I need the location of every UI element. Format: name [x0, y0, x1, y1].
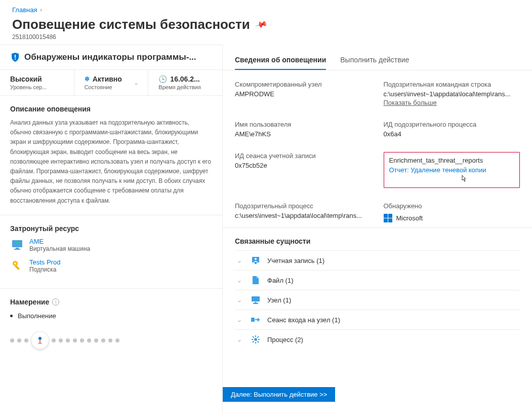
resource-name: AME [29, 238, 90, 245]
file-icon [250, 275, 261, 286]
timeline-dot [94, 338, 98, 342]
timeline-dot [24, 338, 28, 342]
entity-row-process[interactable]: ⌵ Процесс (2) [235, 329, 520, 349]
affected-title: Затронутый ресурс [10, 224, 212, 233]
page-title: Оповещение системы безопасности [12, 17, 250, 32]
svg-line-23 [258, 341, 259, 343]
resource-name: Tests Prod [29, 258, 60, 266]
account-icon [250, 255, 261, 266]
threat-report-link[interactable]: Отчет: Удаление теневой копии [389, 166, 515, 174]
svg-point-17 [254, 338, 257, 341]
intent-timeline [10, 329, 212, 352]
entity-label: Процесс (2) [267, 336, 303, 344]
entity-row-host[interactable]: ⌵ Узел (1) [235, 290, 520, 310]
entities-title: Связанные сущности [235, 237, 520, 245]
svg-point-9 [38, 337, 42, 340]
entity-label: Файл (1) [267, 277, 293, 284]
field-session-id: ИД сеанса учетной записи 0x75cb52e [235, 152, 372, 188]
field-label: Подозрительная командная строка [384, 81, 520, 88]
field-suspicious-cmdline: Подозрительная командная строка c:\users… [384, 81, 520, 106]
time-value: 16.06.2... [170, 75, 199, 83]
resource-item-subscription[interactable]: Tests Prod Подписка [10, 258, 212, 273]
field-label: Enrichment_tas_threat__reports [389, 157, 515, 164]
field-suspicious-process: Подозрительный процесс c:\users\invest~1… [235, 202, 372, 222]
svg-rect-8 [15, 265, 20, 270]
entity-label: Учетная запись (1) [267, 257, 324, 264]
field-username: Имя пользователя AME\e7hKS [235, 121, 372, 138]
vm-icon [10, 238, 24, 252]
left-panel: Обнаружены индикаторы программы-... Высо… [0, 45, 223, 413]
field-value: 0x75cb52e [235, 162, 372, 169]
info-icon[interactable]: i [52, 298, 59, 306]
timeline-dot [101, 338, 105, 342]
process-icon [250, 334, 261, 345]
tab-details[interactable]: Сведения об оповещении [235, 56, 326, 70]
svg-line-22 [253, 336, 254, 338]
pin-icon[interactable]: 📌 [254, 18, 268, 31]
timeline-dot [115, 338, 119, 342]
timeline-dot [87, 338, 91, 342]
timeline-dot [108, 338, 112, 342]
field-value: 0x6a4 [384, 130, 520, 138]
field-label: Скомпрометированный узел [235, 81, 372, 88]
bullet-icon [10, 315, 13, 317]
intent-label: Выполнение [18, 312, 56, 320]
tab-action[interactable]: Выполнить действие [340, 56, 409, 70]
intent-item: Выполнение [10, 312, 212, 320]
chevron-down-icon: ⌵ [235, 278, 244, 283]
chevron-down-icon[interactable]: ⌵ [135, 80, 138, 86]
field-enrichment-highlight: Enrichment_tas_threat__reports Отчет: Уд… [384, 152, 520, 188]
severity-label: Уровень сер... [10, 84, 64, 90]
field-label: Подозрительный процесс [235, 202, 372, 210]
chevron-down-icon: ⌵ [235, 337, 244, 342]
microsoft-logo-icon [384, 214, 392, 222]
svg-point-7 [14, 262, 16, 264]
timeline-dot [59, 338, 63, 342]
breadcrumb: Главная › [12, 6, 520, 14]
field-value: c:\users\invest~1\appdata\local\temp\ran… [384, 90, 520, 98]
svg-rect-13 [252, 296, 260, 301]
field-label: ИД подозрительного процесса [384, 121, 520, 128]
timeline-dot [10, 338, 14, 342]
chevron-down-icon: ⌵ [235, 297, 244, 303]
entity-row-account[interactable]: ⌵ Учетная запись (1) [235, 250, 520, 270]
chevron-down-icon: ⌵ [235, 317, 244, 323]
timeline-dot [66, 338, 70, 342]
session-icon [250, 314, 261, 325]
timeline-dot [52, 338, 56, 342]
svg-rect-1 [15, 59, 16, 60]
right-panel: Сведения об оповещении Выполнить действи… [223, 45, 532, 413]
resource-item-vm[interactable]: AME Виртуальная машина [10, 238, 212, 252]
key-icon [10, 258, 24, 273]
timeline-dot [73, 338, 77, 342]
field-value: Microsoft [396, 214, 423, 222]
svg-rect-15 [253, 303, 258, 304]
svg-rect-12 [255, 262, 257, 264]
time-label: Время действия [158, 84, 212, 90]
svg-rect-0 [15, 55, 16, 58]
svg-rect-16 [251, 318, 255, 322]
entity-row-session[interactable]: ⌵ Сеанс входа на узел (1) [235, 310, 520, 329]
state-value: Активно [93, 75, 122, 83]
page-subtitle: 2518100015486 [12, 33, 520, 41]
show-more-link[interactable]: Показать больше [384, 99, 437, 106]
svg-line-25 [258, 336, 259, 338]
severity-cell: Высокий Уровень сер... [0, 70, 74, 95]
field-detected-by: Обнаружено Microsoft [384, 202, 520, 222]
timeline-active-icon [31, 332, 49, 349]
state-label: Состояние [85, 84, 131, 90]
cursor-icon [460, 177, 467, 184]
chevron-right-icon: › [40, 7, 42, 13]
breadcrumb-home[interactable]: Главная [12, 6, 37, 14]
field-label: ИД сеанса учетной записи [235, 152, 372, 160]
svg-point-11 [255, 258, 257, 260]
timeline-dot [17, 338, 21, 342]
active-icon: ✲ [85, 75, 90, 83]
timeline-dot [80, 338, 84, 342]
field-value: AME\e7hKS [235, 130, 372, 138]
next-action-button[interactable]: Далее: Выполнить действие >> [223, 387, 335, 402]
field-compromised-host: Скомпрометированный узел AMPRODWE [235, 81, 372, 106]
state-cell[interactable]: ✲Активно Состояние ⌵ [74, 70, 149, 95]
entity-row-file[interactable]: ⌵ Файл (1) [235, 270, 520, 290]
field-value: c:\users\invest~1\appdata\local\temp\ran… [235, 212, 372, 219]
